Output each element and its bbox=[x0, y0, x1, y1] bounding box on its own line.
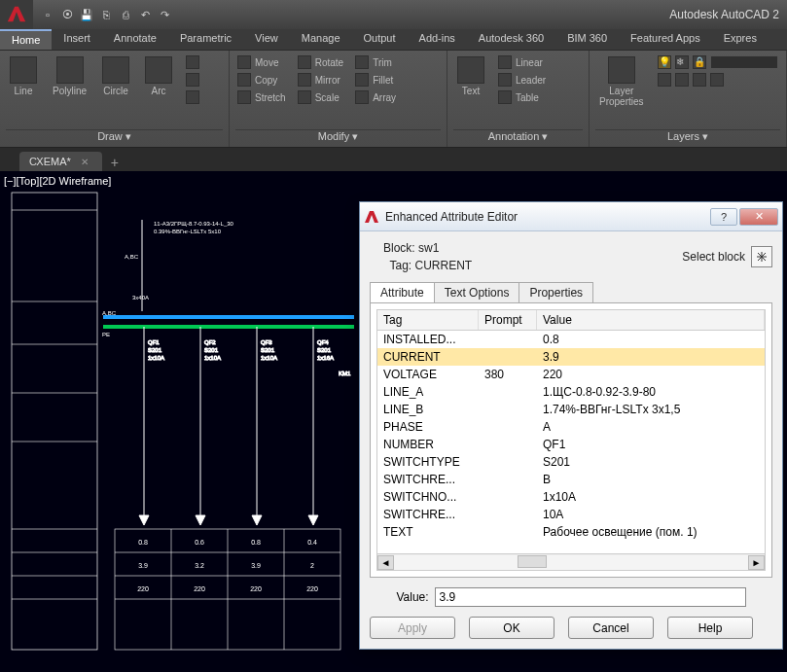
table-row[interactable]: VOLTAGE380220 bbox=[377, 366, 765, 383]
select-block-button[interactable] bbox=[751, 246, 772, 267]
tab-express[interactable]: Expres bbox=[712, 29, 769, 50]
polyline-button[interactable]: Polyline bbox=[49, 54, 90, 98]
open-icon[interactable]: ⦿ bbox=[58, 6, 76, 23]
tab-annotate[interactable]: Annotate bbox=[102, 29, 168, 50]
panel-layers: Layer Properties 💡❄🔒 Layers ▾ bbox=[590, 51, 787, 147]
table-button[interactable]: Table bbox=[496, 89, 548, 105]
undo-icon[interactable]: ↶ bbox=[136, 6, 154, 23]
h-scrollbar[interactable]: ◄ ► bbox=[376, 554, 766, 571]
draw-extra[interactable] bbox=[184, 54, 201, 70]
tab-featured[interactable]: Featured Apps bbox=[619, 29, 712, 50]
col-prompt[interactable]: Prompt bbox=[479, 310, 537, 330]
tab-home[interactable]: Home bbox=[0, 29, 52, 50]
tab-output[interactable]: Output bbox=[352, 29, 408, 50]
help-button[interactable]: Help bbox=[667, 617, 753, 639]
plot-icon[interactable]: ⎙ bbox=[117, 6, 134, 23]
svg-text:3.9: 3.9 bbox=[138, 562, 148, 569]
panel-layers-label[interactable]: Layers ▾ bbox=[595, 129, 780, 147]
add-tab-button[interactable]: + bbox=[106, 154, 124, 171]
table-row[interactable]: SWITCHRE...10A bbox=[377, 506, 765, 523]
panel-draw-label[interactable]: Draw ▾ bbox=[6, 129, 223, 147]
close-icon[interactable]: ✕ bbox=[739, 208, 778, 226]
table-row[interactable]: CURRENT3.9 bbox=[377, 348, 765, 366]
title-bar: ▫ ⦿ 💾 ⎘ ⎙ ↶ ↷ Autodesk AutoCAD 2 bbox=[0, 0, 787, 29]
app-title: Autodesk AutoCAD 2 bbox=[669, 8, 787, 21]
close-icon[interactable]: ✕ bbox=[81, 157, 89, 167]
view-label[interactable]: [−][Top][2D Wireframe] bbox=[4, 175, 111, 187]
trim-button[interactable]: Trim bbox=[353, 54, 398, 70]
value-input[interactable] bbox=[435, 587, 746, 607]
rotate-button[interactable]: Rotate bbox=[296, 54, 345, 70]
table-row[interactable]: LINE_B1.74%-ВВГнг-LSLTx 3x1,5 bbox=[377, 401, 765, 418]
ok-button[interactable]: OK bbox=[469, 617, 554, 639]
dialog-titlebar[interactable]: Enhanced Attribute Editor ? ✕ bbox=[360, 202, 782, 231]
scroll-track[interactable] bbox=[394, 555, 748, 570]
scroll-right-icon[interactable]: ► bbox=[748, 555, 765, 570]
svg-rect-0 bbox=[12, 193, 97, 650]
line-button[interactable]: Line bbox=[6, 54, 41, 98]
svg-text:S201: S201 bbox=[261, 347, 275, 353]
circle-button[interactable]: Circle bbox=[98, 54, 133, 98]
save-icon[interactable]: 💾 bbox=[78, 6, 95, 23]
saveas-icon[interactable]: ⎘ bbox=[97, 6, 115, 23]
arc-button[interactable]: Arc bbox=[141, 54, 176, 98]
svg-text:QF3: QF3 bbox=[261, 339, 272, 345]
table-row[interactable]: LINE_A1.ЩС-0.8-0.92-3.9-80 bbox=[377, 383, 765, 401]
svg-text:3.9: 3.9 bbox=[251, 562, 261, 569]
mirror-button[interactable]: Mirror bbox=[296, 72, 345, 88]
redo-icon[interactable]: ↷ bbox=[156, 6, 173, 23]
attribute-table: Tag Prompt Value INSTALLED...0.8CURRENT3… bbox=[370, 303, 772, 578]
move-button[interactable]: Move bbox=[235, 54, 288, 70]
svg-text:A,BC: A,BC bbox=[102, 310, 117, 316]
tab-autodesk360[interactable]: Autodesk 360 bbox=[467, 29, 555, 50]
tab-view[interactable]: View bbox=[243, 29, 290, 50]
table-rows[interactable]: INSTALLED...0.8CURRENT3.9VOLTAGE380220LI… bbox=[376, 331, 766, 554]
scroll-thumb[interactable] bbox=[518, 555, 547, 568]
tab-attribute[interactable]: Attribute bbox=[370, 282, 435, 302]
new-icon[interactable]: ▫ bbox=[39, 6, 56, 23]
svg-marker-26 bbox=[196, 515, 205, 525]
quick-access-toolbar: ▫ ⦿ 💾 ⎘ ⎙ ↶ ↷ bbox=[33, 6, 179, 23]
app-logo[interactable] bbox=[0, 0, 33, 29]
table-row[interactable]: PHASEA bbox=[377, 418, 765, 436]
svg-text:S201: S201 bbox=[204, 347, 219, 353]
layer-combo[interactable]: 💡❄🔒 bbox=[656, 54, 780, 70]
col-value[interactable]: Value bbox=[537, 310, 765, 330]
scale-button[interactable]: Scale bbox=[296, 89, 345, 105]
layer-properties-button[interactable]: Layer Properties bbox=[595, 54, 648, 109]
tab-properties[interactable]: Properties bbox=[519, 282, 593, 302]
table-row[interactable]: NUMBERQF1 bbox=[377, 436, 765, 453]
tab-insert[interactable]: Insert bbox=[52, 29, 102, 50]
panel-annotation-label[interactable]: Annotation ▾ bbox=[453, 129, 583, 147]
apply-button[interactable]: Apply bbox=[370, 617, 455, 639]
panel-modify-label[interactable]: Modify ▾ bbox=[235, 129, 441, 147]
tab-addins[interactable]: Add-ins bbox=[408, 29, 467, 50]
svg-text:220: 220 bbox=[137, 585, 149, 592]
tab-parametric[interactable]: Parametric bbox=[168, 29, 243, 50]
table-row[interactable]: SWITCHRE...B bbox=[377, 471, 765, 488]
array-button[interactable]: Array bbox=[353, 89, 398, 105]
table-row[interactable]: SWITCHNO...1x10A bbox=[377, 488, 765, 506]
col-tag[interactable]: Tag bbox=[377, 310, 479, 330]
svg-text:S201: S201 bbox=[317, 347, 332, 353]
doc-tab[interactable]: СХЕМА*✕ bbox=[19, 152, 102, 171]
panel-draw: Line Polyline Circle Arc Draw ▾ bbox=[0, 51, 230, 147]
tab-text-options[interactable]: Text Options bbox=[434, 282, 520, 302]
fillet-button[interactable]: Fillet bbox=[353, 72, 398, 88]
tab-manage[interactable]: Manage bbox=[290, 29, 352, 50]
scroll-left-icon[interactable]: ◄ bbox=[377, 555, 394, 570]
cancel-button[interactable]: Cancel bbox=[568, 617, 654, 639]
table-row[interactable]: INSTALLED...0.8 bbox=[377, 331, 765, 348]
text-button[interactable]: Text bbox=[453, 54, 488, 98]
table-row[interactable]: TEXTРабочее освещение (пом. 1) bbox=[377, 523, 765, 541]
svg-text:1x10A: 1x10A bbox=[204, 355, 221, 361]
stretch-button[interactable]: Stretch bbox=[235, 89, 288, 105]
copy-button[interactable]: Copy bbox=[235, 72, 288, 88]
leader-button[interactable]: Leader bbox=[496, 72, 548, 88]
svg-text:220: 220 bbox=[194, 585, 205, 592]
svg-marker-31 bbox=[252, 515, 262, 525]
help-icon[interactable]: ? bbox=[710, 208, 737, 226]
table-row[interactable]: SWITCHTYPES201 bbox=[377, 453, 765, 471]
linear-button[interactable]: Linear bbox=[496, 54, 548, 70]
tab-bim360[interactable]: BIM 360 bbox=[555, 29, 619, 50]
